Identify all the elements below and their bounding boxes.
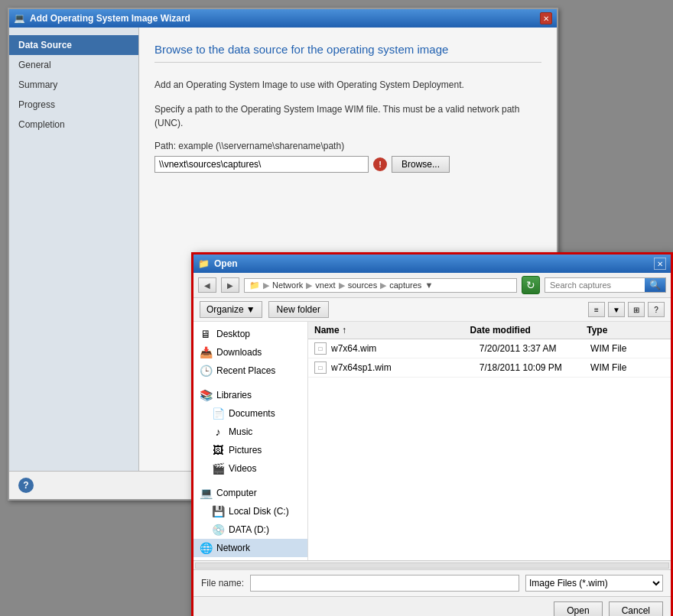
file-icon-w7x64: □ [314, 342, 327, 355]
open-dialog: 📁 Open ✕ ◀ ▶ 📁 ▶ Network ▶ vnext ▶ sourc… [191, 252, 673, 616]
address-path[interactable]: 📁 ▶ Network ▶ vnext ▶ sources ▶ captures… [244, 278, 517, 293]
path-input[interactable] [154, 156, 369, 173]
address-bar: ◀ ▶ 📁 ▶ Network ▶ vnext ▶ sources ▶ capt… [193, 273, 671, 298]
path-error-icon: ! [373, 157, 387, 171]
scrollbar-track [195, 563, 669, 569]
cancel-button[interactable]: Cancel [609, 601, 663, 616]
network-icon: 🌐 [200, 542, 212, 554]
wizard-titlebar-left: 💻 Add Operating System Image Wizard [14, 13, 190, 24]
file-icon-w7x64sp1: □ [314, 361, 327, 374]
sidebar-item-summary[interactable]: Summary [9, 75, 138, 95]
col-header-name[interactable]: Name ↑ [314, 325, 470, 336]
wizard-desc1: Add an Operating System Image to use wit… [154, 78, 541, 92]
tree-item-videos[interactable]: 🎬 Videos [193, 459, 307, 478]
col-header-date[interactable]: Date modified [470, 325, 587, 336]
col-header-type[interactable]: Type [587, 325, 665, 336]
open-titlebar: 📁 Open ✕ [193, 255, 671, 273]
open-titlebar-left: 📁 Open [198, 258, 238, 269]
organize-arrow-icon: ▼ [246, 304, 255, 315]
table-row[interactable]: □ w7x64sp1.wim 7/18/2011 10:09 PM WIM Fi… [308, 358, 671, 378]
tree-item-documents[interactable]: 📄 Documents [193, 404, 307, 423]
help-icon[interactable]: ? [18, 478, 34, 493]
list-view-button[interactable]: ≡ [588, 302, 605, 317]
filetype-select[interactable]: Image Files (*.wim) All Files (*.*) [525, 575, 663, 592]
organize-button[interactable]: Organize ▼ [200, 301, 262, 318]
view-dropdown-button[interactable]: ▼ [608, 302, 625, 317]
tree-item-downloads[interactable]: 📥 Downloads [193, 343, 307, 361]
recent-places-icon: 🕒 [200, 365, 212, 377]
path-label: Path: example (\\servername\sharename\pa… [154, 141, 541, 151]
address-sources: sources [348, 280, 378, 290]
address-vnext: vnext [315, 280, 335, 290]
data-d-icon: 💿 [212, 524, 224, 536]
downloads-icon: 📥 [200, 346, 212, 358]
filename-bar: File name: Image Files (*.wim) All Files… [193, 569, 671, 596]
tree-item-libraries[interactable]: 📚 Libraries [193, 386, 307, 404]
sidebar-item-completion[interactable]: Completion [9, 115, 138, 135]
tree-item-desktop[interactable]: 🖥 Desktop [193, 325, 307, 343]
search-button[interactable]: 🔍 [645, 278, 665, 292]
wizard-page-title: Browse to the data source for the operat… [154, 43, 541, 63]
filename-input[interactable] [250, 575, 519, 592]
open-title-icon: 📁 [198, 258, 210, 269]
tree-item-recent-places[interactable]: 🕒 Recent Places [193, 361, 307, 380]
file-list: Name ↑ Date modified Type □ w7x64.wim 7/… [308, 322, 671, 560]
libraries-icon: 📚 [200, 389, 212, 401]
wizard-sidebar: Data Source General Summary Progress Com… [9, 28, 139, 471]
forward-button[interactable]: ▶ [221, 277, 239, 293]
address-icon: 📁 [249, 280, 260, 290]
sidebar-item-progress[interactable]: Progress [9, 95, 138, 115]
search-box: 🔍 [545, 277, 666, 293]
sidebar-item-general[interactable]: General [9, 55, 138, 75]
tree-item-data-d[interactable]: 💿 DATA (D:) [193, 520, 307, 539]
music-icon: ♪ [212, 426, 224, 438]
action-bar: Open Cancel [193, 596, 671, 616]
refresh-button[interactable]: ↻ [522, 276, 540, 294]
computer-icon: 💻 [200, 487, 212, 499]
desktop-icon: 🖥 [200, 328, 212, 340]
open-close-button[interactable]: ✕ [654, 258, 666, 270]
nav-tree: 🖥 Desktop 📥 Downloads 🕒 Recent Places 📚 … [193, 322, 308, 560]
wizard-close-button[interactable]: ✕ [540, 12, 552, 24]
wizard-title-text: Add Operating System Image Wizard [30, 13, 190, 24]
wizard-titlebar: 💻 Add Operating System Image Wizard ✕ [9, 9, 557, 28]
file-name-w7x64sp1: w7x64sp1.wim [331, 362, 480, 373]
file-type-w7x64sp1: WIM File [590, 362, 665, 373]
wizard-title-icon: 💻 [14, 13, 25, 24]
address-network: Network [272, 280, 303, 290]
browse-button[interactable]: Browse... [392, 156, 450, 173]
search-input[interactable] [545, 279, 645, 291]
sort-icon: ↑ [342, 325, 346, 336]
pictures-icon: 🖼 [212, 444, 224, 456]
table-row[interactable]: □ w7x64.wim 7/20/2011 3:37 AM WIM File [308, 339, 671, 358]
sidebar-item-data-source[interactable]: Data Source [9, 35, 138, 55]
open-button[interactable]: Open [554, 601, 602, 616]
toolbar-right: ≡ ▼ ⊞ ? [588, 302, 665, 317]
path-row: ! Browse... [154, 156, 541, 173]
help-button[interactable]: ? [648, 302, 665, 317]
local-disk-c-icon: 💾 [212, 505, 224, 517]
tree-item-computer[interactable]: 💻 Computer [193, 484, 307, 502]
preview-button[interactable]: ⊞ [628, 302, 645, 317]
file-date-w7x64: 7/20/2011 3:37 AM [480, 343, 590, 354]
file-list-header: Name ↑ Date modified Type [308, 322, 671, 339]
tree-item-pictures[interactable]: 🖼 Pictures [193, 441, 307, 459]
file-type-w7x64: WIM File [590, 343, 665, 354]
tree-item-music[interactable]: ♪ Music [193, 423, 307, 441]
open-title-text: Open [214, 258, 238, 269]
wizard-desc2: Specify a path to the Operating System I… [154, 102, 541, 130]
toolbar-left: Organize ▼ New folder [200, 301, 329, 318]
videos-icon: 🎬 [212, 462, 224, 475]
file-name-w7x64: w7x64.wim [331, 343, 480, 354]
address-captures: captures [389, 280, 421, 290]
file-panel: 🖥 Desktop 📥 Downloads 🕒 Recent Places 📚 … [193, 322, 671, 560]
tree-item-local-disk-c[interactable]: 💾 Local Disk (C:) [193, 502, 307, 520]
tree-item-network[interactable]: 🌐 Network [193, 539, 307, 557]
address-dropdown-icon[interactable]: ▼ [424, 280, 437, 290]
documents-icon: 📄 [212, 407, 224, 420]
new-folder-button[interactable]: New folder [268, 301, 329, 318]
horizontal-scrollbar[interactable] [193, 560, 671, 569]
back-button[interactable]: ◀ [198, 277, 216, 293]
open-toolbar: Organize ▼ New folder ≡ ▼ ⊞ ? [193, 298, 671, 322]
file-date-w7x64sp1: 7/18/2011 10:09 PM [480, 362, 590, 373]
